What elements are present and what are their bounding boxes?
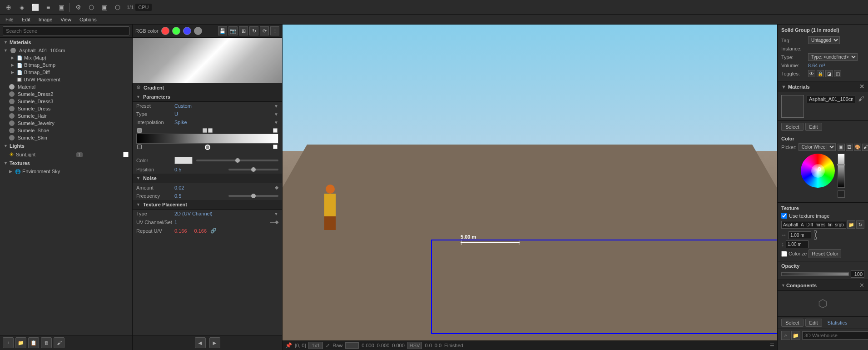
viewport-main[interactable]: 5.00 m | | bbox=[283, 25, 777, 340]
rp-materials-header[interactable]: ▼ Materials ✕ bbox=[778, 81, 868, 92]
gradient-bar[interactable] bbox=[136, 134, 278, 144]
materials-section-header[interactable]: ▼ Materials bbox=[0, 38, 132, 47]
color-preview-swatch[interactable] bbox=[174, 157, 193, 164]
light-sunlight[interactable]: ☀ SunLight 1 bbox=[0, 150, 132, 159]
menu-view[interactable]: View bbox=[57, 16, 75, 23]
tool-layers[interactable]: ≡ bbox=[42, 1, 54, 13]
edit-button[interactable]: Edit bbox=[805, 123, 822, 131]
more-icon[interactable]: ⋮ bbox=[270, 26, 279, 35]
warehouse-home-icon[interactable]: ⌂ bbox=[781, 331, 790, 340]
gradient-stop-bottom-1[interactable] bbox=[137, 145, 142, 149]
color-btn-red[interactable] bbox=[161, 27, 169, 35]
rp-edit-button[interactable]: Edit bbox=[805, 319, 822, 327]
picker-select[interactable]: Color Wheel bbox=[799, 143, 836, 151]
color-btn-alpha[interactable] bbox=[194, 27, 202, 35]
reload-icon[interactable]: ⟳ bbox=[260, 26, 269, 35]
reset-color-button[interactable]: Reset Color bbox=[808, 249, 841, 258]
tool-render[interactable]: ▣ bbox=[99, 1, 110, 13]
material-asphalt[interactable]: ▼ Asphalt_A01_100cm bbox=[0, 47, 132, 54]
vp-more-icon[interactable]: ☰ bbox=[770, 343, 774, 349]
material-hair[interactable]: Sumele_Hair bbox=[0, 112, 132, 120]
tool-settings[interactable]: ⚙ bbox=[72, 1, 84, 13]
texture-placement-title-bar[interactable]: ▼ Texture Placement bbox=[133, 200, 282, 210]
prev-btn[interactable]: ◄ bbox=[195, 337, 206, 348]
parameters-title-bar[interactable]: ▼ Parameters bbox=[133, 92, 282, 102]
rp-materials-close-icon[interactable]: ✕ bbox=[859, 83, 864, 90]
frequency-slider[interactable] bbox=[228, 195, 279, 197]
picker-icon-4[interactable]: 🖌 bbox=[862, 144, 868, 151]
colorize-checkbox[interactable] bbox=[781, 251, 787, 257]
viewport-pin-icon[interactable]: 📌 bbox=[285, 342, 292, 349]
size-1-input[interactable] bbox=[789, 231, 811, 239]
tool-view[interactable]: ⬡ bbox=[85, 1, 97, 13]
material-dress2[interactable]: Sumele_Dress2 bbox=[0, 90, 132, 98]
rp-statistics-button[interactable]: Statistics bbox=[824, 319, 851, 326]
next-btn[interactable]: ► bbox=[209, 337, 220, 348]
color-btn-blue[interactable] bbox=[183, 27, 191, 35]
material-jewelry[interactable]: Sumele_Jewelry bbox=[0, 120, 132, 127]
color-btn-green[interactable] bbox=[172, 27, 180, 35]
toggle-shadow-icon[interactable]: ◪ bbox=[825, 70, 833, 77]
textures-section-header[interactable]: ▼ Textures bbox=[0, 159, 132, 168]
interp-dropdown-arrow[interactable]: ▼ bbox=[274, 120, 278, 125]
material-dress[interactable]: Sumele_Dress bbox=[0, 105, 132, 112]
picker-icon-1[interactable]: ▣ bbox=[838, 144, 845, 151]
gradient-stop-bottom-2[interactable] bbox=[205, 145, 210, 150]
mat-name-input[interactable] bbox=[807, 95, 855, 103]
material-bitmap-bump[interactable]: ▶ 📄 Bitmap_Bump bbox=[0, 61, 132, 69]
noise-title-bar[interactable]: ▼ Noise bbox=[133, 174, 282, 183]
menu-file[interactable]: File bbox=[2, 16, 17, 23]
gradient-stop-top-1[interactable] bbox=[137, 128, 142, 133]
warehouse-folder-icon[interactable]: 📁 bbox=[791, 331, 800, 340]
picker-icon-2[interactable]: 🖼 bbox=[846, 144, 853, 151]
save-icon[interactable]: 💾 bbox=[218, 26, 227, 35]
texture-reset-icon[interactable]: ↻ bbox=[856, 220, 864, 229]
material-material[interactable]: Material bbox=[0, 83, 132, 90]
brightness-bar[interactable] bbox=[838, 154, 845, 188]
opacity-bar[interactable] bbox=[781, 272, 849, 276]
preset-dropdown-arrow[interactable]: ▼ bbox=[274, 104, 278, 109]
type-placement-arrow[interactable]: ▼ bbox=[274, 211, 278, 216]
material-mix[interactable]: ▶ 📄 Mix (Map) bbox=[0, 54, 132, 61]
folder-btn[interactable]: 📁 bbox=[15, 337, 26, 348]
delete-btn[interactable]: 🗑 bbox=[41, 337, 52, 348]
rp-select-button[interactable]: Select bbox=[781, 319, 804, 327]
position-slider[interactable] bbox=[228, 169, 279, 170]
tool-orbit[interactable]: ⊕ bbox=[3, 1, 15, 13]
gradient-stop-top-4[interactable] bbox=[273, 128, 278, 133]
toggle-cast-icon[interactable]: ◫ bbox=[834, 70, 841, 77]
use-texture-checkbox[interactable] bbox=[781, 213, 787, 219]
color-wheel[interactable] bbox=[801, 154, 835, 188]
tool-plugin[interactable]: ⬡ bbox=[112, 1, 124, 13]
tool-select[interactable]: ◈ bbox=[16, 1, 28, 13]
copy-btn[interactable]: 📋 bbox=[28, 337, 39, 348]
material-uvw[interactable]: 🔲 UVW Placement bbox=[0, 76, 132, 83]
lights-section-header[interactable]: ▼ Lights bbox=[0, 141, 132, 150]
menu-image[interactable]: Image bbox=[35, 16, 56, 23]
toggle-eye-icon[interactable]: 👁 bbox=[808, 70, 815, 77]
camera-icon[interactable]: 📷 bbox=[228, 26, 238, 35]
paint-bucket-icon[interactable]: 🖌 bbox=[858, 95, 864, 102]
warehouse-search-input[interactable] bbox=[802, 331, 868, 340]
gradient-stop-bottom-3[interactable] bbox=[273, 145, 278, 149]
toggle-lock-icon[interactable]: 🔒 bbox=[817, 70, 824, 77]
add-btn[interactable]: + bbox=[3, 337, 14, 348]
texture-browse-icon[interactable]: 📁 bbox=[847, 220, 855, 229]
color-wheel-cursor[interactable] bbox=[818, 167, 821, 171]
gradient-settings-icon[interactable]: ⚙ bbox=[136, 85, 141, 90]
paint-btn[interactable]: 🖌 bbox=[54, 337, 64, 348]
menu-edit[interactable]: Edit bbox=[18, 16, 34, 23]
menu-options[interactable]: Options bbox=[76, 16, 100, 23]
components-close-icon[interactable]: ✕ bbox=[859, 282, 864, 289]
hsv-display[interactable]: HSV bbox=[407, 342, 422, 349]
chain-icon[interactable] bbox=[814, 230, 817, 240]
scale-display[interactable]: 1x1 bbox=[308, 342, 323, 349]
select-button[interactable]: Select bbox=[781, 123, 804, 131]
vp-expand-icon[interactable]: ⤢ bbox=[326, 343, 330, 349]
material-shoe[interactable]: Sumele_Shoe bbox=[0, 127, 132, 134]
gradient-stop-top-3[interactable] bbox=[208, 128, 213, 133]
texture-env-sky[interactable]: ▶ 🌐 Environment Sky bbox=[0, 168, 132, 175]
tool-box[interactable]: ⬜ bbox=[29, 1, 41, 13]
tool-frame[interactable]: ▣ bbox=[55, 1, 67, 13]
type-select[interactable]: Type: <undefined> bbox=[808, 53, 858, 61]
